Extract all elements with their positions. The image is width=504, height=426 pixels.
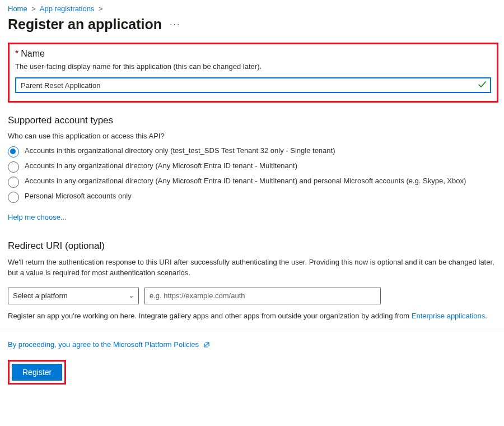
- platform-policies-link[interactable]: Microsoft Platform Policies: [113, 340, 199, 349]
- platform-select-value: Select a platform: [13, 291, 68, 300]
- more-icon[interactable]: ···: [170, 20, 180, 30]
- name-label: *Name: [15, 49, 491, 59]
- enterprise-applications-link[interactable]: Enterprise applications: [412, 312, 486, 320]
- radio-label: Accounts in any organizational directory…: [25, 176, 466, 186]
- radio-icon: [8, 146, 19, 158]
- radio-label: Personal Microsoft accounts only: [25, 191, 132, 201]
- name-description: The user-facing display name for this ap…: [15, 62, 491, 71]
- account-type-option-multitenant-personal[interactable]: Accounts in any organizational directory…: [8, 176, 498, 188]
- chevron-right-icon: >: [31, 4, 36, 13]
- redirect-uri-input[interactable]: [144, 288, 381, 304]
- account-type-option-multitenant[interactable]: Accounts in any organizational directory…: [8, 161, 498, 173]
- breadcrumb-home[interactable]: Home: [8, 4, 27, 13]
- account-type-option-personal-only[interactable]: Personal Microsoft accounts only: [8, 191, 498, 203]
- radio-label: Accounts in any organizational directory…: [25, 161, 297, 171]
- register-button[interactable]: Register: [12, 364, 62, 381]
- account-type-option-single-tenant[interactable]: Accounts in this organizational director…: [8, 146, 498, 158]
- register-button-highlight: Register: [8, 360, 66, 385]
- divider: [0, 331, 504, 331]
- redirect-uri-header: Redirect URI (optional): [8, 240, 498, 252]
- radio-icon: [8, 161, 19, 173]
- enterprise-note: Register an app you're working on here. …: [8, 311, 498, 322]
- required-asterisk-icon: *: [15, 49, 18, 58]
- supported-account-types-header: Supported account types: [8, 115, 498, 126]
- radio-icon: [8, 177, 19, 188]
- redirect-uri-description: We'll return the authentication response…: [8, 257, 498, 279]
- account-types-question: Who can use this application or access t…: [8, 132, 498, 140]
- breadcrumb: Home > App registrations >: [8, 4, 498, 13]
- checkmark-icon: [478, 80, 487, 89]
- radio-icon: [8, 192, 19, 203]
- radio-label: Accounts in this organizational director…: [25, 146, 335, 156]
- application-name-input[interactable]: [15, 77, 491, 93]
- page-title: Register an application: [8, 16, 162, 33]
- chevron-down-icon: ⌄: [129, 292, 134, 299]
- agreement-text: By proceeding, you agree to the Microsof…: [8, 340, 498, 350]
- account-types-radio-group: Accounts in this organizational director…: [8, 146, 498, 203]
- external-link-icon: [203, 341, 210, 350]
- name-section-highlight: *Name The user-facing display name for t…: [8, 43, 498, 103]
- chevron-right-icon: >: [99, 4, 103, 13]
- help-me-choose-link[interactable]: Help me choose...: [8, 213, 67, 221]
- platform-select[interactable]: Select a platform ⌄: [8, 288, 139, 304]
- breadcrumb-app-registrations[interactable]: App registrations: [40, 4, 95, 13]
